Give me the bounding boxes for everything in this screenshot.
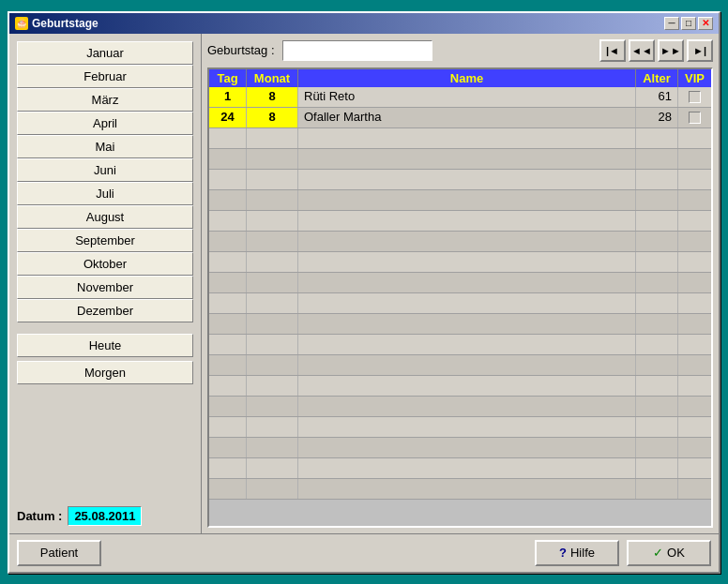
month-button-september[interactable]: September [17, 229, 193, 252]
cell-monat: 8 [247, 87, 298, 107]
cell-vip [678, 252, 711, 272]
cell-monat [247, 190, 298, 210]
cell-tag [209, 438, 247, 457]
heute-button[interactable]: Heute [17, 334, 193, 357]
cell-name [298, 273, 636, 292]
morgen-button[interactable]: Morgen [17, 361, 193, 384]
table-row[interactable] [209, 293, 711, 314]
cell-alter: 28 [636, 108, 678, 127]
cell-name [298, 293, 636, 313]
month-button-januar[interactable]: Januar [17, 41, 193, 65]
cell-monat [247, 397, 298, 416]
cell-alter [636, 376, 678, 396]
month-button-dezember[interactable]: Dezember [17, 299, 193, 322]
table-row[interactable] [209, 438, 711, 458]
table-row[interactable] [209, 211, 711, 232]
datum-value: 25.08.2011 [68, 506, 142, 526]
geburtstag-input[interactable] [282, 40, 432, 61]
question-icon: ? [559, 546, 567, 560]
cell-tag [209, 232, 247, 251]
maximize-button[interactable]: □ [681, 17, 696, 30]
ok-label: OK [667, 546, 685, 560]
month-button-november[interactable]: November [17, 276, 193, 299]
table-row[interactable] [209, 273, 711, 293]
window-icon: 🎂 [15, 17, 28, 30]
title-bar: 🎂 Geburtstage ─ □ ✕ [9, 13, 719, 34]
table-row[interactable] [209, 376, 711, 397]
left-panel: JanuarFebruarMärzAprilMaiJuniJuliAugustS… [9, 34, 202, 533]
cell-alter [636, 438, 678, 457]
cell-vip [678, 417, 711, 437]
minimize-button[interactable]: ─ [664, 17, 679, 30]
cell-alter [636, 479, 678, 499]
table-row[interactable] [209, 335, 711, 355]
table-row[interactable] [209, 232, 711, 252]
cell-name [298, 211, 636, 231]
close-button[interactable]: ✕ [698, 17, 713, 30]
cell-vip [678, 376, 711, 396]
cell-name [298, 355, 636, 375]
cell-name [298, 417, 636, 437]
cell-vip [678, 314, 711, 334]
table-row[interactable] [209, 190, 711, 211]
table-row[interactable] [209, 128, 711, 149]
nav-prev-button[interactable]: ◄◄ [629, 39, 655, 62]
table-row[interactable] [209, 252, 711, 273]
cell-tag [209, 397, 247, 416]
nav-last-button[interactable]: ►| [687, 39, 713, 62]
table-row[interactable] [209, 417, 711, 438]
cell-vip [678, 128, 711, 148]
cell-tag [209, 149, 247, 169]
cell-vip [678, 190, 711, 210]
cell-name [298, 335, 636, 354]
table-row[interactable] [209, 355, 711, 376]
cell-alter [636, 232, 678, 251]
month-button-oktober[interactable]: Oktober [17, 252, 193, 276]
hilfe-button[interactable]: ? Hilfe [535, 540, 619, 566]
month-button-mai[interactable]: Mai [17, 135, 193, 158]
cell-monat [247, 149, 298, 169]
cell-alter [636, 397, 678, 416]
cell-monat [247, 417, 298, 437]
cell-alter [636, 252, 678, 272]
cell-alter [636, 293, 678, 313]
cell-tag [209, 314, 247, 334]
month-button-april[interactable]: April [17, 112, 193, 135]
table-row[interactable] [209, 314, 711, 335]
table-row[interactable]: 24 8 Ofaller Martha 28 [209, 108, 711, 128]
table-row[interactable] [209, 397, 711, 417]
patient-button[interactable]: Patient [17, 540, 101, 566]
month-button-juli[interactable]: Juli [17, 182, 193, 205]
cell-vip [678, 335, 711, 354]
cell-tag [209, 355, 247, 375]
table-row[interactable]: 1 8 Rüti Reto 61 [209, 87, 711, 108]
cell-vip [678, 149, 711, 169]
table-row[interactable] [209, 149, 711, 170]
title-controls: ─ □ ✕ [664, 17, 713, 30]
vip-checkbox[interactable] [689, 112, 701, 124]
header-monat: Monat [247, 69, 298, 87]
vip-checkbox[interactable] [689, 91, 701, 103]
cell-name [298, 438, 636, 457]
table-row[interactable] [209, 458, 711, 479]
cell-alter [636, 190, 678, 210]
cell-monat [247, 335, 298, 354]
right-panel: Geburtstag : |◄ ◄◄ ►► ►| Tag Monat Name … [202, 34, 719, 533]
table-row[interactable] [209, 479, 711, 500]
cell-vip [678, 458, 711, 478]
month-button-juni[interactable]: Juni [17, 158, 193, 182]
cell-tag [209, 479, 247, 499]
cell-monat [247, 376, 298, 396]
month-button-august[interactable]: August [17, 205, 193, 229]
nav-first-button[interactable]: |◄ [599, 39, 626, 62]
month-button-märz[interactable]: März [17, 88, 193, 112]
cell-vip [678, 273, 711, 292]
cell-name [298, 149, 636, 169]
header-vip: VIP [678, 69, 711, 87]
cell-monat [247, 128, 298, 148]
ok-button[interactable]: ✓ OK [627, 540, 711, 566]
table-row[interactable] [209, 170, 711, 190]
nav-next-button[interactable]: ►► [658, 39, 684, 62]
month-button-februar[interactable]: Februar [17, 65, 193, 88]
window-title: Geburtstage [32, 17, 99, 30]
